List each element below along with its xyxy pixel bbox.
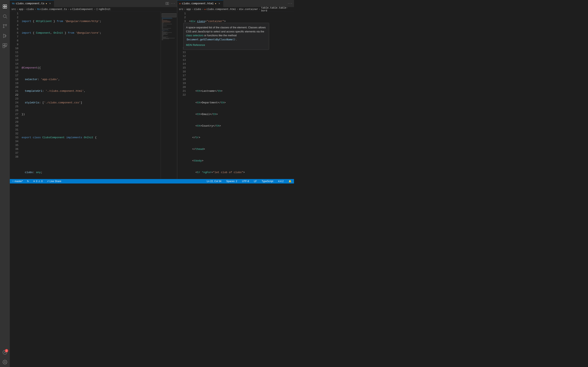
html-line-12: </thead> (189, 147, 294, 151)
code-area-right[interactable]: <div class="container"> <th>Lastname</th… (187, 12, 294, 179)
html-line-5 (189, 66, 294, 70)
typescript-version[interactable]: 4.4.2 (277, 179, 285, 184)
sync-icon[interactable]: ↻ (26, 179, 30, 184)
svg-point-4 (3, 15, 6, 17)
code-line-9: }) (22, 112, 161, 116)
position-text: Ln 22, Col 34 (207, 180, 221, 183)
code-line-3 (22, 43, 161, 47)
extensions-icon[interactable] (0, 41, 10, 50)
breadcrumb-method: ngOnInit (99, 8, 111, 11)
notifications-icon[interactable]: 🔔 (288, 179, 292, 184)
right-more-actions-icon[interactable]: ··· (287, 1, 292, 6)
left-editor-pane: TS clubs.component.ts ● × ··· src (10, 0, 177, 179)
html-line-1: <div class="container"> (189, 19, 294, 23)
svg-rect-12 (5, 44, 7, 45)
branch-icon: ⑂ (12, 180, 14, 183)
svg-rect-11 (3, 44, 5, 45)
tab-modified-dot: ● (46, 2, 47, 5)
code-line-7: templateUrl: './clubs.component.html', (22, 89, 161, 93)
html-line-9: <th>Email</th> (189, 112, 294, 116)
code-line-10 (22, 124, 161, 128)
sync-arrows-icon: ↻ (27, 180, 29, 183)
live-share-label: Live Share (50, 180, 61, 183)
line-numbers-right: 12345 678910 1112131415 1617181920 2122 (177, 12, 187, 179)
breadcrumb-method-icon: ⬡ (96, 8, 98, 11)
html-line-6 (189, 77, 294, 81)
cursor-position[interactable]: Ln 22, Col 34 (206, 179, 222, 184)
html-line-3 (189, 43, 294, 47)
code-line-8: styleUrls: ['./clubs.component.css'] (22, 101, 161, 105)
source-control-icon[interactable] (0, 21, 10, 31)
language-mode[interactable]: TypeScript (261, 179, 274, 184)
error-count: 0 (36, 180, 37, 183)
breadcrumb-class-icon: ◇ (70, 8, 71, 11)
minimap-left (161, 12, 177, 179)
eol-text: LF (254, 180, 257, 183)
breadcrumb-file: clubs.component.ts (40, 8, 67, 11)
encoding[interactable]: UTF-8 (241, 179, 250, 184)
breadcrumb-class: ClubsComponent (72, 8, 93, 11)
html-line-13: <tbody> (189, 159, 294, 163)
right-breadcrumb: src › app › clubs › ◈ clubs.component.ht… (177, 7, 294, 12)
html-line-10: <th>Country</th> (189, 124, 294, 128)
svg-rect-1 (5, 5, 7, 6)
eol[interactable]: LF (253, 179, 258, 184)
left-editor-actions: ··· (165, 1, 177, 6)
line-numbers-left: 12345 678910 1112131415 1617181920 21222… (10, 12, 20, 179)
svg-point-8 (3, 27, 4, 28)
warning-icon: ⚠ (38, 180, 40, 183)
r-breadcrumb-table: table.table.table-bord (261, 7, 292, 12)
code-area-left[interactable]: import { HttpClient } from '@angular/com… (20, 12, 161, 179)
left-tab-bar: TS clubs.component.ts ● × ··· (10, 0, 177, 7)
tab-clubs-component-ts[interactable]: TS clubs.component.ts ● × (10, 0, 54, 7)
explorer-icon[interactable] (0, 2, 10, 11)
right-editor-pane: ◈ clubs.component.html ● × ··· src › app… (177, 0, 294, 179)
branch-name: master* (15, 180, 23, 183)
indentation[interactable]: Spaces: 2 (225, 179, 238, 184)
ts-version-text: 4.4.2 (278, 180, 284, 183)
tab-close-button[interactable]: × (48, 2, 52, 6)
r-breadcrumb-clubs: clubs (194, 8, 201, 11)
html-line-8: <th>Department</th> (189, 101, 294, 105)
main-container: TS clubs.component.ts ● × ··· src (10, 0, 294, 184)
warning-count: 0 (41, 180, 43, 183)
search-icon[interactable] (0, 11, 10, 21)
ts-icon: TS (12, 2, 15, 5)
right-editor-content[interactable]: 12345 678910 1112131415 1617181920 2122 … (177, 12, 294, 179)
split-editor-icon[interactable] (165, 1, 170, 6)
html-line-11: </tr> (189, 136, 294, 140)
right-editor-actions: ··· (287, 1, 294, 6)
tab-clubs-component-html[interactable]: ◈ clubs.component.html ● × (177, 0, 223, 7)
breadcrumb-clubs: clubs (26, 8, 34, 11)
html-line-14: <tr *ngFor="let club of clubs"> (189, 170, 294, 174)
r-breadcrumb-app: app (186, 8, 191, 11)
r-breadcrumb-src: src (179, 8, 183, 11)
code-line-4 (22, 54, 161, 58)
svg-rect-17 (167, 2, 169, 5)
html-line-2 (189, 31, 294, 35)
tab-label: clubs.component.ts (16, 2, 44, 5)
svg-rect-16 (166, 2, 167, 5)
tab-html-modified-dot: ● (215, 2, 216, 5)
editor-container: TS clubs.component.ts ● × ··· src (10, 0, 294, 179)
r-breadcrumb-file: clubs.component.html (207, 8, 236, 11)
code-line-11: export class ClubsComponent implements O… (22, 136, 161, 140)
right-tab-bar: ◈ clubs.component.html ● × ··· (177, 0, 294, 7)
more-actions-icon[interactable]: ··· (171, 1, 175, 6)
live-share-status[interactable]: ↗ Live Share (46, 179, 62, 184)
tab-html-close-button[interactable]: × (217, 2, 221, 6)
html-line-7: <th>Lastname</th> (189, 89, 294, 93)
language-text: TypeScript (262, 180, 273, 183)
svg-rect-2 (3, 7, 5, 8)
run-icon[interactable] (0, 31, 10, 41)
breadcrumb-app: app (19, 8, 24, 11)
spaces-text: Spaces: 2 (226, 180, 237, 183)
svg-line-5 (6, 17, 7, 18)
errors-indicator[interactable]: ✕ 0 ⚠ 0 (32, 179, 43, 184)
svg-rect-3 (5, 7, 7, 8)
breadcrumb-file-icon: TS (37, 8, 40, 11)
branch-indicator[interactable]: ⑂ master* (11, 179, 24, 184)
left-editor-content[interactable]: 12345 678910 1112131415 1617181920 21222… (10, 12, 177, 179)
tab-html-label: clubs.component.html (182, 2, 214, 5)
activity-bar: 1 (0, 0, 10, 184)
